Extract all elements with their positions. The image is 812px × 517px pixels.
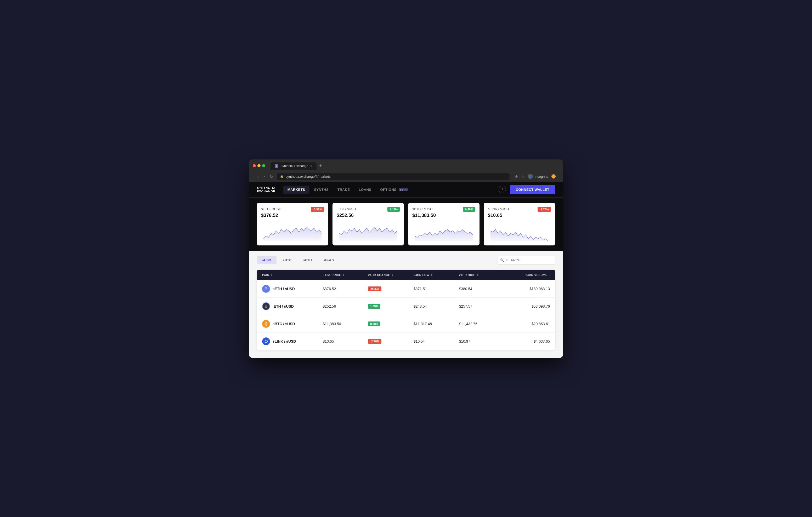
svg-marker-1 [339, 227, 397, 241]
high-seth: $380.54 [459, 287, 504, 291]
market-card-ieth[interactable]: iETH / sUSD 1.45% $252.56 [332, 203, 404, 245]
forward-button[interactable]: › [262, 174, 266, 179]
nav-synths[interactable]: SYNTHS [310, 186, 333, 194]
search-input[interactable] [498, 256, 555, 265]
browser-tabs: S Synthetix Exchange × + [270, 162, 324, 170]
table-row[interactable]: ₿ sBTC / sUSD $11,383.50 0.48% $11,317.4… [257, 315, 555, 333]
filter-tabs: sUSD sBTC sETH sFiat ▾ [257, 256, 339, 264]
th-24hr-volume[interactable]: 24HR VOLUME ↓ [504, 273, 550, 277]
market-cards: sETH / sUSD -0.95% $376.52 [257, 203, 555, 251]
card-price-slink: $10.65 [488, 213, 551, 218]
active-tab[interactable]: S Synthetix Exchange × [270, 162, 317, 170]
user-profile[interactable]: 👤 Incognito [528, 174, 548, 179]
filter-tab-sfiat[interactable]: sFiat ▾ [318, 256, 339, 264]
table-section: sUSD sBTC sETH sFiat ▾ 🔍 PAIR ⇕ [249, 251, 563, 358]
traffic-lights [253, 164, 265, 167]
beta-badge: BETA [399, 188, 408, 191]
app-logo: SYNTHETIX EXCHANGE [257, 186, 276, 193]
cast-icon[interactable]: ⊕ [515, 174, 518, 179]
table-row[interactable]: Ξ iETH / sUSD $252.56 1.45% $248.54 $257… [257, 298, 555, 315]
card-chart-sbtc [412, 220, 475, 241]
th-last-price[interactable]: LAST PRICE ⇕ [323, 273, 368, 277]
help-button[interactable]: ? [499, 186, 506, 193]
pair-cell-slink: ⬡ sLINK / sUSD [262, 337, 323, 345]
browser-window: S Synthetix Exchange × + ‹ › ↻ 🔒 synthet… [249, 159, 563, 358]
change-seth: -0.95% [368, 286, 413, 291]
card-header-sbtc: sBTC / sUSD 0.48% [412, 207, 475, 212]
nav-loans[interactable]: LOANS [355, 186, 376, 194]
card-change-ieth: 1.45% [387, 207, 400, 212]
browser-titlebar: S Synthetix Exchange × + ‹ › ↻ 🔒 synthet… [249, 159, 563, 182]
card-price-seth: $376.52 [261, 213, 324, 218]
change-slink: -2.78% [368, 339, 413, 344]
sort-volume-icon: ↓ [548, 273, 550, 276]
change-badge-slink: -2.78% [368, 339, 381, 344]
search-container: 🔍 [498, 256, 555, 265]
sort-low-icon: ⇕ [431, 273, 433, 276]
price-sbtc: $11,383.50 [323, 322, 368, 326]
pair-name-slink: sLINK / sUSD [272, 339, 296, 343]
user-color-indicator [551, 174, 556, 179]
markets-table: PAIR ⇕ LAST PRICE ⇕ 24HR CHANGE ⇕ 24HR L… [257, 270, 555, 350]
volume-seth: $189,963.13 [504, 287, 550, 291]
volume-sbtc: $20,863.61 [504, 322, 550, 326]
market-card-seth[interactable]: sETH / sUSD -0.95% $376.52 [257, 203, 328, 245]
sort-pair-icon: ⇕ [270, 273, 272, 276]
filter-tab-sbtc[interactable]: sBTC [278, 256, 297, 264]
back-button[interactable]: ‹ [256, 174, 260, 179]
filter-tab-susd[interactable]: sUSD [257, 256, 277, 264]
pair-icon-sbtc: ₿ [262, 320, 270, 328]
nav-options[interactable]: OPTIONS BETA [376, 186, 412, 194]
filter-row: sUSD sBTC sETH sFiat ▾ 🔍 [257, 256, 555, 265]
card-header-slink: sLINK / sUSD -2.78% [488, 207, 551, 212]
th-pair[interactable]: PAIR ⇕ [262, 273, 323, 277]
th-24hr-change[interactable]: 24HR CHANGE ⇕ [368, 273, 413, 277]
high-slink: $10.97 [459, 339, 504, 343]
tab-favicon: S [275, 164, 278, 168]
user-label: Incognito [534, 175, 548, 179]
change-ieth: 1.45% [368, 304, 413, 309]
new-tab-button[interactable]: + [317, 162, 324, 170]
bookmark-icon[interactable]: ☆ [521, 174, 524, 179]
card-pair-sbtc: sBTC / sUSD [412, 207, 432, 211]
hero-section: sETH / sUSD -0.95% $376.52 [249, 197, 563, 251]
table-header: PAIR ⇕ LAST PRICE ⇕ 24HR CHANGE ⇕ 24HR L… [257, 270, 555, 280]
minimize-window-button[interactable] [257, 164, 261, 167]
connect-wallet-button[interactable]: CONNECT WALLET [510, 185, 555, 194]
svg-marker-3 [491, 230, 549, 241]
card-change-seth: -0.95% [311, 207, 324, 212]
browser-addressbar: ‹ › ↻ 🔒 synthetix.exchange/#/markets ⊕ ☆… [253, 172, 559, 182]
table-row[interactable]: Ξ sETH / sUSD $376.52 -0.95% $371.51 $38… [257, 280, 555, 298]
low-slink: $10.54 [413, 339, 459, 343]
pair-cell-ieth: Ξ iETH / sUSD [262, 302, 323, 310]
pair-icon-ieth: Ξ [262, 302, 270, 310]
close-window-button[interactable] [253, 164, 256, 167]
browser-actions: ⊕ ☆ 👤 Incognito [515, 174, 556, 179]
nav-trade[interactable]: TRADE [333, 186, 354, 194]
card-pair-slink: sLINK / sUSD [488, 207, 509, 211]
card-change-sbtc: 0.48% [463, 207, 475, 212]
pair-name-sbtc: sBTC / sUSD [272, 322, 295, 326]
card-price-ieth: $252.56 [337, 213, 400, 218]
th-24hr-low[interactable]: 24HR LOW ⇕ [413, 273, 459, 277]
tab-close-button[interactable]: × [310, 164, 312, 168]
pair-icon-seth: Ξ [262, 285, 270, 293]
low-ieth: $248.54 [413, 304, 459, 308]
refresh-button[interactable]: ↻ [269, 174, 274, 180]
market-card-slink[interactable]: sLINK / sUSD -2.78% $10.65 [484, 203, 555, 245]
low-sbtc: $11,317.48 [413, 322, 459, 326]
nav-markets[interactable]: MARKETS [283, 186, 310, 194]
card-chart-slink [488, 220, 551, 241]
market-card-sbtc[interactable]: sBTC / sUSD 0.48% $11,383.50 [408, 203, 480, 245]
card-pair-ieth: iETH / sUSD [337, 207, 356, 211]
volume-slink: $4,037.65 [504, 339, 550, 343]
url-text: synthetix.exchange/#/markets [286, 175, 331, 179]
change-badge-seth: -0.95% [368, 286, 381, 291]
high-sbtc: $11,432.76 [459, 322, 504, 326]
filter-tab-seth[interactable]: sETH [298, 256, 317, 264]
th-24hr-high[interactable]: 24HR HIGH ⇕ [459, 273, 504, 277]
address-bar[interactable]: 🔒 synthetix.exchange/#/markets [277, 173, 510, 180]
table-row[interactable]: ⬡ sLINK / sUSD $10.65 -2.78% $10.54 $10.… [257, 333, 555, 350]
maximize-window-button[interactable] [262, 164, 265, 167]
change-badge-ieth: 1.45% [368, 304, 380, 309]
